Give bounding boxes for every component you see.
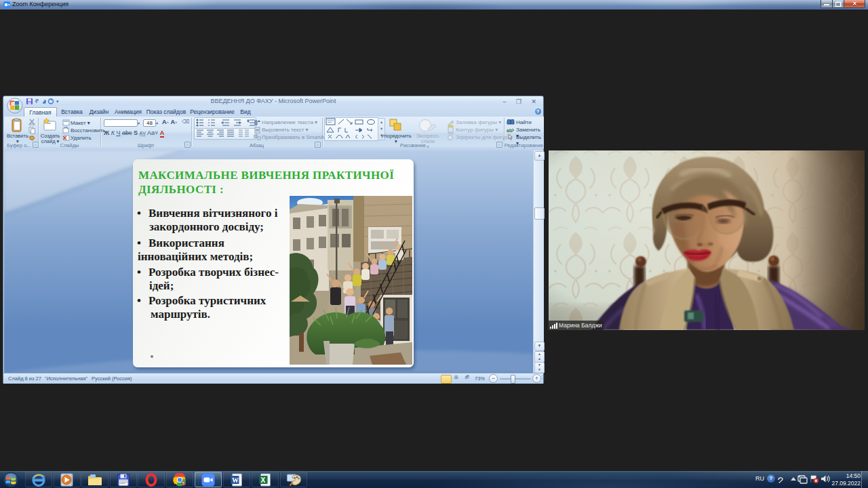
svg-text:ab: ab — [507, 128, 512, 133]
svg-text:X: X — [261, 476, 266, 483]
svg-text:W: W — [232, 476, 239, 484]
svg-text:T: T — [182, 481, 184, 485]
svg-text:▾: ▾ — [56, 99, 59, 104]
